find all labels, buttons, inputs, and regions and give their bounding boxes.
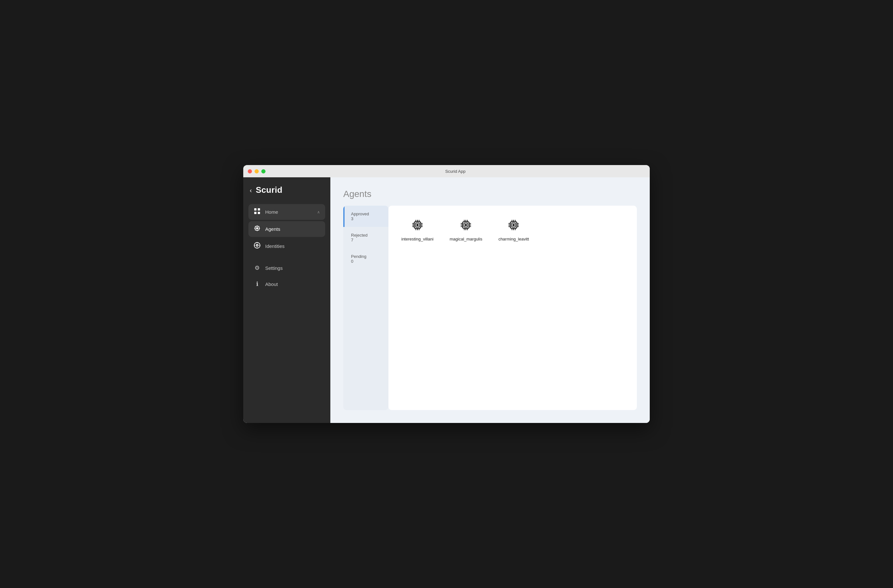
sidebar-item-agents[interactable]: Agents: [248, 221, 325, 237]
traffic-lights: [248, 169, 266, 173]
agent-chip-icon-1: [411, 219, 424, 233]
settings-icon: ⚙: [254, 264, 261, 272]
app-window: Scurid App ‹ Scurid: [243, 165, 650, 423]
svg-rect-5: [256, 227, 258, 229]
svg-rect-19: [416, 224, 418, 226]
sidebar-item-home[interactable]: Home ∧: [248, 204, 325, 220]
svg-rect-0: [254, 208, 257, 210]
sidebar-item-home-label: Home: [265, 209, 313, 215]
sidebar-item-about-label: About: [265, 281, 320, 287]
sidebar-item-identities-label: Identities: [265, 243, 320, 249]
svg-rect-1: [258, 208, 260, 210]
filter-approved-count: 3: [351, 216, 382, 221]
filter-pending[interactable]: Pending 0: [343, 248, 388, 270]
filter-rejected-count: 7: [351, 238, 382, 242]
agent-name-2: magical_margulis: [450, 237, 482, 242]
sidebar-item-identities[interactable]: Identities: [248, 238, 325, 254]
sidebar-item-about[interactable]: ℹ About: [248, 277, 325, 291]
agents-layout: Approved 3 Rejected 7 Pending 0: [330, 206, 650, 423]
agent-card-charming-leavitt[interactable]: charming_leavitt: [495, 215, 532, 244]
window-title: Scurid App: [266, 169, 645, 174]
agents-icon: [254, 225, 261, 233]
chevron-up-icon: ∧: [317, 210, 320, 214]
agent-chip-icon-2: [459, 219, 472, 233]
sidebar-item-agents-label: Agents: [265, 226, 320, 232]
filter-pending-count: 0: [351, 259, 382, 264]
filter-approved[interactable]: Approved 3: [343, 206, 388, 227]
agents-grid: interesting_villani: [388, 206, 637, 410]
identities-icon: [254, 242, 261, 250]
app-title: Scurid: [256, 185, 283, 195]
main-content: Agents Approved 3 Rejected 7 Pending 0: [330, 177, 650, 423]
filter-panel: Approved 3 Rejected 7 Pending 0: [343, 206, 388, 410]
filter-approved-label: Approved: [351, 212, 382, 216]
svg-rect-34: [465, 224, 467, 226]
agent-name-1: interesting_villani: [401, 237, 434, 242]
titlebar: Scurid App: [243, 165, 650, 177]
agent-name-3: charming_leavitt: [498, 237, 529, 242]
agent-chip-icon-3: [507, 219, 520, 233]
svg-rect-2: [254, 212, 257, 214]
page-header: Agents: [330, 177, 650, 206]
filter-rejected[interactable]: Rejected 7: [343, 227, 388, 248]
agent-card-magical-margulis[interactable]: magical_margulis: [446, 215, 486, 244]
sidebar-item-settings[interactable]: ⚙ Settings: [248, 261, 325, 275]
sidebar-header: ‹ Scurid: [248, 185, 325, 195]
filter-pending-label: Pending: [351, 254, 382, 259]
about-icon: ℹ: [254, 280, 261, 288]
close-button[interactable]: [248, 169, 252, 173]
svg-rect-3: [258, 212, 260, 214]
page-title: Agents: [343, 189, 637, 199]
filter-rejected-label: Rejected: [351, 233, 382, 238]
sidebar-nav: Home ∧ Agents: [248, 204, 325, 415]
sidebar-item-settings-label: Settings: [265, 265, 320, 271]
back-button[interactable]: ‹: [250, 187, 252, 194]
home-icon: [254, 208, 261, 216]
svg-point-12: [257, 245, 258, 246]
sidebar-bottom-nav: ⚙ Settings ℹ About: [248, 261, 325, 291]
app-body: ‹ Scurid Home ∧: [243, 177, 650, 423]
maximize-button[interactable]: [261, 169, 266, 173]
svg-rect-49: [513, 224, 514, 226]
minimize-button[interactable]: [254, 169, 259, 173]
agent-card-interesting-villani[interactable]: interesting_villani: [398, 215, 437, 244]
sidebar: ‹ Scurid Home ∧: [243, 177, 330, 423]
